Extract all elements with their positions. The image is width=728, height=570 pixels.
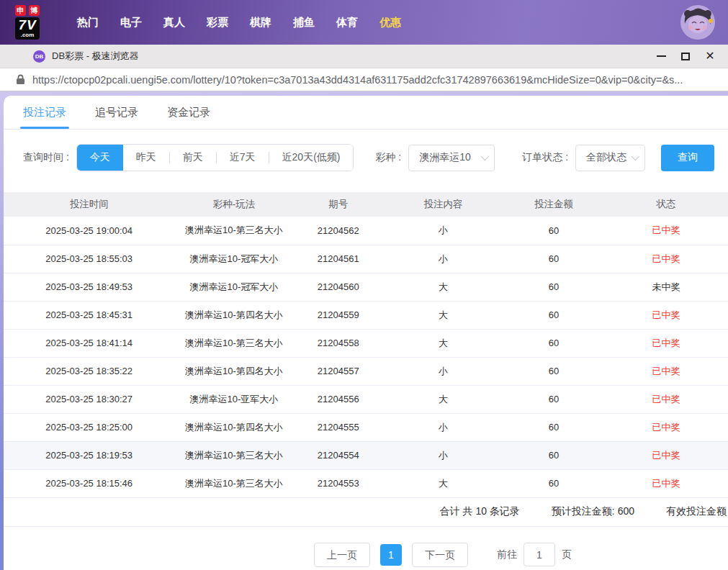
status-cell: 已中奖 xyxy=(604,413,728,441)
bet-records-table: 投注时间 彩种-玩法 期号 投注内容 投注金额 状态 2025-03-25 19… xyxy=(4,192,728,498)
prev-page-button[interactable]: 上一页 xyxy=(314,543,370,567)
minimize-button[interactable] xyxy=(649,47,673,65)
table-row[interactable]: 2025-03-25 18:45:31 澳洲幸运10-第四名大小 2120455… xyxy=(4,301,728,329)
nav-item-sports[interactable]: 体育 xyxy=(336,9,358,37)
bet-content-cell: 小 xyxy=(383,357,503,385)
table-header: 投注时间 彩种-玩法 期号 投注内容 投注金额 状态 xyxy=(4,192,728,217)
nav-item-hot[interactable]: 热门 xyxy=(77,9,99,37)
lock-icon xyxy=(16,74,25,85)
time-option-7days[interactable]: 近7天 xyxy=(217,144,269,171)
bet-content-cell: 小 xyxy=(383,217,503,245)
game-play-cell: 澳洲幸运10-第三名大小 xyxy=(174,469,293,497)
time-range-group: 今天 昨天 前天 近7天 近20天(低频) xyxy=(76,144,354,171)
status-cell: 已中奖 xyxy=(604,441,728,469)
status-cell: 已中奖 xyxy=(604,385,728,413)
table-row[interactable]: 2025-03-25 18:49:53 澳洲幸运10-冠军大小 21204560… xyxy=(4,273,728,301)
maximize-icon xyxy=(681,53,690,60)
issue-cell: 21204555 xyxy=(293,413,383,441)
current-page-button[interactable]: 1 xyxy=(380,544,402,566)
bet-time-cell: 2025-03-25 18:25:00 xyxy=(4,413,174,441)
table-row[interactable]: 2025-03-25 18:30:27 澳洲幸运10-亚军大小 21204556… xyxy=(4,385,728,413)
bet-time-cell: 2025-03-25 18:19:53 xyxy=(4,441,174,469)
bet-content-cell: 小 xyxy=(383,413,503,441)
game-play-cell: 澳洲幸运10-第三名大小 xyxy=(174,441,293,469)
issue-cell: 21204558 xyxy=(293,329,383,357)
time-option-daybefore[interactable]: 前天 xyxy=(170,144,216,171)
tab-bet-records[interactable]: 投注记录 xyxy=(23,97,66,129)
table-row[interactable]: 2025-03-25 18:35:22 澳洲幸运10-第四名大小 2120455… xyxy=(4,357,728,385)
search-button[interactable]: 查询 xyxy=(661,145,714,171)
issue-cell: 21204559 xyxy=(293,301,383,329)
header-status: 状态 xyxy=(604,192,728,217)
issue-cell: 21204561 xyxy=(293,245,383,273)
filter-row: 查询时间 : 今天 昨天 前天 近7天 近20天(低频) 彩种 : 澳洲幸运10 xyxy=(23,145,728,171)
table-row[interactable]: 2025-03-25 18:41:14 澳洲幸运10-第三名大小 2120455… xyxy=(4,329,728,357)
bet-amount-cell: 60 xyxy=(503,385,604,413)
table-row[interactable]: 2025-03-25 19:00:04 澳洲幸运10-第三名大小 2120456… xyxy=(4,217,728,245)
nav-item-fishing[interactable]: 捕鱼 xyxy=(293,9,315,37)
table-row[interactable]: 2025-03-25 18:55:03 澳洲幸运10-冠军大小 21204561… xyxy=(4,245,728,273)
lottery-select-value: 澳洲幸运10 xyxy=(419,151,471,164)
bet-amount-cell: 60 xyxy=(503,469,604,497)
goto-page-group: 前往 页 xyxy=(497,543,572,566)
address-url[interactable]: https://ctopcp02pcali.uengi5e.com/lotter… xyxy=(32,74,683,86)
chevron-down-icon xyxy=(632,153,639,160)
tab-fund-records[interactable]: 资金记录 xyxy=(167,97,210,129)
time-option-yesterday[interactable]: 昨天 xyxy=(123,144,169,171)
table-row[interactable]: 2025-03-25 18:19:53 澳洲幸运10-第三名大小 2120455… xyxy=(4,441,728,469)
logo-badge-1: 申 xyxy=(15,5,26,16)
maximize-button[interactable] xyxy=(673,47,698,65)
issue-cell: 21204554 xyxy=(293,441,383,469)
next-page-button[interactable]: 下一页 xyxy=(412,543,468,567)
tab-chase-records[interactable]: 追号记录 xyxy=(95,97,138,129)
brand-logo[interactable]: 申 博 7V .com xyxy=(9,5,46,40)
avatar-image xyxy=(680,5,715,40)
bet-time-cell: 2025-03-25 18:55:03 xyxy=(4,245,174,273)
logo-tile: 7V .com xyxy=(15,17,39,40)
issue-cell: 21204557 xyxy=(293,357,383,385)
nav-item-promo[interactable]: 优惠 xyxy=(379,9,401,37)
issue-cell: 21204553 xyxy=(293,469,383,497)
header-bet-content: 投注内容 xyxy=(383,192,503,217)
nav-item-board[interactable]: 棋牌 xyxy=(250,9,271,37)
bet-time-cell: 2025-03-25 18:35:22 xyxy=(4,357,174,385)
goto-page-input[interactable] xyxy=(523,543,555,566)
nav-item-lottery[interactable]: 彩票 xyxy=(207,9,228,37)
header-issue: 期号 xyxy=(293,192,383,217)
bet-content-cell: 大 xyxy=(383,385,503,413)
close-button[interactable]: ✕ xyxy=(698,47,722,65)
bet-content-cell: 小 xyxy=(383,245,503,273)
game-play-cell: 澳洲幸运10-亚军大小 xyxy=(174,385,293,413)
lottery-select[interactable]: 澳洲幸运10 xyxy=(408,145,495,171)
bet-amount-cell: 60 xyxy=(503,245,604,273)
game-play-cell: 澳洲幸运10-第三名大小 xyxy=(174,329,293,357)
bet-time-cell: 2025-03-25 19:00:04 xyxy=(4,217,174,245)
user-avatar[interactable] xyxy=(680,5,715,40)
table-row[interactable]: 2025-03-25 18:15:46 澳洲幸运10-第三名大小 2120455… xyxy=(4,469,728,497)
status-cell: 已中奖 xyxy=(604,217,728,245)
bet-time-cell: 2025-03-25 18:15:46 xyxy=(4,469,174,497)
logo-main-text: 7V xyxy=(18,17,36,32)
bet-time-cell: 2025-03-25 18:45:31 xyxy=(4,301,174,329)
status-cell: 已中奖 xyxy=(604,357,728,385)
nav-item-live[interactable]: 真人 xyxy=(163,9,185,37)
time-option-20days[interactable]: 近20天(低频) xyxy=(269,144,354,171)
time-option-today[interactable]: 今天 xyxy=(77,144,123,171)
status-cell: 已中奖 xyxy=(604,469,728,497)
bet-time-cell: 2025-03-25 18:30:27 xyxy=(4,385,174,413)
status-cell: 已中奖 xyxy=(604,301,728,329)
header-bet-time: 投注时间 xyxy=(4,192,174,217)
issue-cell: 21204562 xyxy=(293,217,383,245)
page-background: 投注记录 追号记录 资金记录 查询时间 : 今天 昨天 前天 近7天 近20天(… xyxy=(0,91,728,570)
game-play-cell: 澳洲幸运10-第四名大小 xyxy=(174,301,293,329)
status-filter-label: 订单状态 : xyxy=(522,151,568,164)
tab-favicon: DB xyxy=(33,50,45,63)
table-row[interactable]: 2025-03-25 18:25:00 澳洲幸运10-第四名大小 2120455… xyxy=(4,413,728,441)
logo-badges: 申 博 xyxy=(15,5,40,16)
order-status-select[interactable]: 全部状态 xyxy=(575,145,645,171)
game-play-cell: 澳洲幸运10-第三名大小 xyxy=(174,217,293,245)
window-title: DB彩票 - 极速浏览器 xyxy=(52,50,139,63)
game-play-cell: 澳洲幸运10-第四名大小 xyxy=(174,413,293,441)
url-bar: https://ctopcp02pcali.uengi5e.com/lotter… xyxy=(0,68,728,91)
nav-item-slots[interactable]: 电子 xyxy=(120,9,142,37)
